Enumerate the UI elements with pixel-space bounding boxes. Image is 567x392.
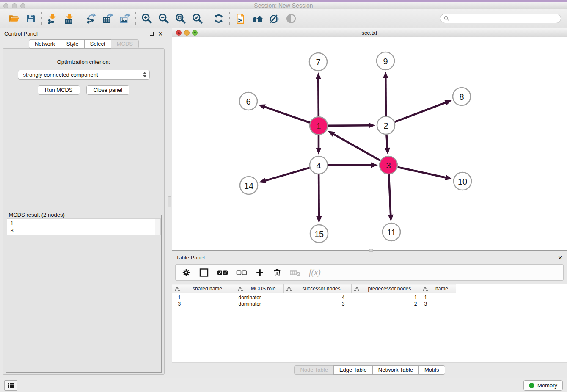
export-table-icon[interactable] — [102, 13, 114, 25]
tab-mcds[interactable]: MCDS — [111, 39, 139, 49]
zoom-selected-icon[interactable] — [191, 13, 203, 25]
graph-edge-arrowhead — [316, 216, 322, 223]
session-title: Session: New Session — [0, 2, 567, 9]
status-bar: Memory — [0, 378, 567, 392]
birds-eye-view-icon[interactable] — [285, 13, 297, 25]
import-network-icon[interactable] — [47, 13, 58, 25]
open-session-icon[interactable] — [8, 13, 20, 25]
optimization-criterion-dropdown[interactable]: strongly connected component — [18, 70, 150, 80]
table-settings-gear-icon[interactable] — [182, 268, 191, 277]
graph-edge-arrowhead — [444, 100, 451, 105]
vertical-splitter[interactable] — [167, 28, 172, 378]
network-view-window: scc.txt x – + 7968124314101511 — [172, 28, 567, 251]
table-cell[interactable]: 3 — [284, 301, 352, 307]
column-header-label: successor nodes — [302, 286, 340, 292]
select-all-columns-icon[interactable] — [217, 269, 228, 276]
splitter-handle[interactable] — [369, 249, 373, 252]
tab-style[interactable]: Style — [61, 39, 85, 49]
table-cell[interactable]: 3 — [420, 301, 456, 307]
column-header-shared-name[interactable]: shared name — [172, 284, 235, 293]
graph-edge-2-9[interactable] — [385, 77, 386, 116]
zoom-out-icon[interactable] — [157, 13, 169, 25]
control-panel-close-button[interactable]: ✕ — [158, 31, 163, 37]
hide-graphics-details-icon[interactable] — [268, 13, 280, 25]
graph-node-label-15: 15 — [314, 229, 324, 239]
create-column-icon[interactable] — [255, 268, 264, 277]
search-field[interactable] — [440, 14, 561, 23]
graph-node-label-11: 11 — [387, 228, 396, 237]
table-row[interactable]: 1dominator411 — [172, 293, 456, 301]
table-cell[interactable]: 3 — [172, 301, 235, 307]
deselect-all-columns-icon[interactable] — [236, 269, 247, 276]
graph-edge-2-3[interactable] — [386, 135, 387, 149]
mcds-result-textarea[interactable]: 13 — [7, 218, 161, 235]
titlebar-accent-strip — [0, 0, 567, 2]
table-row[interactable]: 3dominator323 — [172, 301, 456, 307]
column-header-mcds-role[interactable]: MCDS role — [235, 284, 284, 293]
control-panel-float-button[interactable] — [150, 32, 154, 36]
graph-edge-4-15[interactable] — [319, 174, 319, 218]
save-session-icon[interactable] — [25, 13, 37, 25]
table-panel-close-button[interactable]: ✕ — [558, 255, 563, 261]
run-mcds-button[interactable]: Run MCDS — [38, 85, 80, 95]
network-graph: 7968124314101511 — [172, 37, 567, 250]
graph-edge-4-14[interactable] — [264, 168, 309, 181]
tab-edge-table[interactable]: Edge Table — [333, 365, 373, 375]
close-panel-button[interactable]: Close panel — [86, 85, 130, 95]
result-scrollbar[interactable] — [155, 219, 160, 235]
control-panel: Control Panel ✕ NetworkStyleSelectMCDS O… — [0, 28, 167, 378]
graph-edge-1-2[interactable] — [328, 125, 370, 126]
tab-node-table[interactable]: Node Table — [294, 365, 334, 375]
memory-button-label: Memory — [537, 382, 557, 389]
graph-edge-1-6[interactable] — [264, 107, 310, 123]
show-column-panel-icon[interactable] — [199, 268, 209, 278]
table-cell[interactable]: 4 — [284, 293, 352, 301]
table-cell[interactable]: 1 — [172, 293, 235, 301]
home-network-icon[interactable] — [251, 13, 263, 25]
table-cell[interactable]: 1 — [420, 293, 456, 301]
optimization-criterion-label: Optimization criterion: — [57, 59, 110, 65]
graph-edge-1-7[interactable] — [318, 78, 319, 116]
clone-network-icon[interactable] — [234, 13, 246, 25]
zoom-fit-icon[interactable] — [174, 13, 186, 25]
delete-column-icon[interactable] — [272, 268, 282, 277]
main-toolbar — [0, 9, 567, 28]
network-window-titlebar[interactable]: scc.txt x – + — [172, 28, 567, 37]
table-cell[interactable]: 2 — [352, 301, 420, 307]
tab-network[interactable]: Network — [29, 39, 61, 49]
graph-edge-3-1[interactable] — [333, 134, 380, 161]
tab-select[interactable]: Select — [84, 39, 111, 49]
table-cell[interactable]: dominator — [235, 293, 284, 301]
export-network-icon[interactable] — [85, 13, 97, 25]
column-header-successor-nodes[interactable]: successor nodes — [284, 284, 352, 293]
export-image-icon[interactable] — [119, 13, 131, 25]
task-history-button[interactable] — [4, 380, 17, 391]
horizontal-splitter[interactable] — [172, 251, 567, 252]
graph-edge-arrowhead — [316, 72, 321, 79]
table-cell[interactable]: dominator — [235, 301, 284, 307]
memory-button[interactable]: Memory — [523, 380, 563, 391]
splitter-handle[interactable] — [168, 196, 171, 207]
dropdown-stepper-icon — [143, 72, 146, 77]
refresh-layout-icon[interactable] — [213, 13, 225, 25]
graph-edge-3-11[interactable] — [389, 174, 391, 216]
node-table: shared nameMCDS rolesuccessor nodesprede… — [172, 284, 456, 307]
column-header-label: MCDS role — [251, 286, 276, 292]
network-canvas[interactable]: 7968124314101511 — [172, 37, 567, 250]
graph-edge-3-10[interactable] — [397, 167, 446, 178]
zoom-in-icon[interactable] — [140, 13, 152, 25]
graph-node-label-6: 6 — [246, 97, 250, 106]
import-table-icon[interactable] — [63, 13, 75, 25]
graph-edge-2-8[interactable] — [395, 102, 447, 122]
table-toolbar: f(x) — [175, 264, 564, 281]
table-cell[interactable]: 1 — [352, 293, 420, 301]
graph-edge-arrowhead — [259, 104, 266, 109]
tab-motifs[interactable]: Motifs — [418, 365, 445, 375]
mcds-panel: Optimization criterion: strongly connect… — [3, 48, 165, 375]
column-header-name[interactable]: name — [420, 284, 456, 293]
tab-network-table[interactable]: Network Table — [372, 365, 419, 375]
table-panel-float-button[interactable] — [550, 256, 553, 259]
graph-edge-arrowhead — [388, 215, 394, 221]
search-input[interactable] — [451, 15, 557, 22]
column-header-predecessor-nodes[interactable]: predecessor nodes — [352, 284, 420, 293]
